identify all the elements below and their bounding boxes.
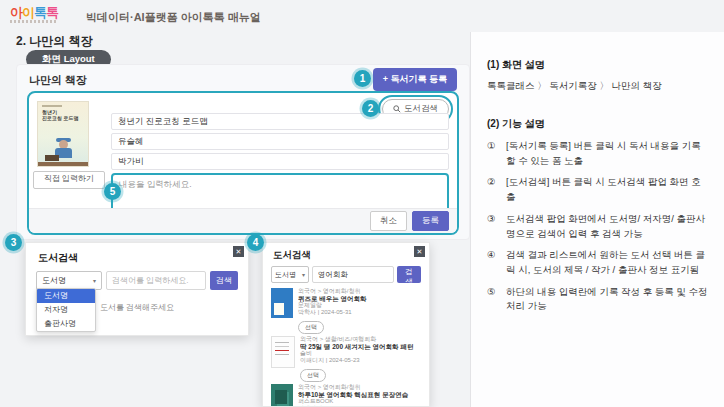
function-item: ③ 도서검색 팝업 화면에서 도서명/ 저자명/ 출판사명으로 검색어 입력 후… xyxy=(487,212,708,241)
content-placeholder: 내용을 입력하세요. xyxy=(119,179,192,189)
dropdown-option-author[interactable]: 저자명 xyxy=(37,303,95,317)
function-item: ⑤ 하단의 내용 입력란에 기록 작성 후 등록 및 수정 처리 가능 xyxy=(487,285,708,314)
form-footer: 취소 등록 xyxy=(29,208,457,233)
screen-mockup-panel: 나만의 책장 1 + 독서기록 등록 2 도서검색 청년기 진로코칭 로드맵 직… xyxy=(16,64,470,240)
annotation-badge-3: 3 xyxy=(5,234,22,251)
function-item-text: 도서검색 팝업 화면에서 도서명/ 저자명/ 출판사명으로 검색어 입력 후 검… xyxy=(506,212,708,241)
function-item-text: [도서검색] 버튼 클릭 시 도서검색 팝업 화면 호출 xyxy=(506,175,708,204)
search-result-item: 외국어 > 영어회화/청취 하루10분 영어회화 핵심표현 문장연습 퍼스트BO… xyxy=(271,384,421,407)
search-result-item: 외국어 > 생활/비즈/여행회화 딱 25일 땡 200 새겨지는 영어회화 패… xyxy=(271,336,421,382)
breadcrumb: 톡톡클래스 〉 독서기록장 〉 나만의 책장 xyxy=(487,80,708,93)
manual-title: 빅데이터·AI플랫폼 아이톡톡 매뉴얼 xyxy=(86,10,261,25)
search-type-select[interactable]: 도서명 ▾ xyxy=(271,266,309,283)
search-type-value: 도서명 xyxy=(42,275,66,286)
app-logo: 아이톡톡 xyxy=(10,5,58,23)
record-fields: 청년기 진로코칭 로드맵 유슬혜 박가비 5 내용을 입력하세요. xyxy=(111,113,449,213)
cancel-button[interactable]: 취소 xyxy=(370,211,407,231)
result-title: 퀴즈로 배우는 영어회화 xyxy=(298,295,421,303)
select-book-button[interactable]: 선택 xyxy=(300,369,326,382)
bookshelf-title: 나만의 책장 xyxy=(29,73,87,88)
search-result-list: 외국어 > 영어회화/청취 퀴즈로 배우는 영어회화 문제일랑 박학사 | 20… xyxy=(271,288,421,407)
screen-description-heading: (1) 화면 설명 xyxy=(487,58,708,72)
function-item-number: ② xyxy=(487,175,500,204)
search-controls: 도서명 ▾ 검색 xyxy=(271,266,421,283)
function-item-number: ③ xyxy=(487,212,500,241)
section-title: 2. 나만의 책장 xyxy=(16,33,93,50)
result-info: 외국어 > 영어회화/청취 퀴즈로 배우는 영어회화 문제일랑 박학사 | 20… xyxy=(298,288,421,334)
book-cover-preview: 청년기 진로코칭 로드맵 xyxy=(37,101,89,167)
logo-char: 아 xyxy=(10,5,22,20)
cover-title-line: 진로코칭 로드맵 xyxy=(42,115,88,121)
result-publisher-date: 이패디지 | 2024-05-23 xyxy=(300,357,421,364)
function-item-number: ④ xyxy=(487,248,500,277)
logo-text: 아이톡톡 xyxy=(10,5,58,19)
search-keyword-input[interactable] xyxy=(106,271,206,290)
annotation-badge-1: 1 xyxy=(354,70,371,87)
reading-record-form-card: 2 도서검색 청년기 진로코칭 로드맵 직접 입력하기 청년기 진로코칭 로드맵… xyxy=(27,91,459,235)
select-book-button[interactable]: 선택 xyxy=(298,321,324,334)
search-button[interactable]: 검색 xyxy=(210,271,238,290)
function-item-number: ⑤ xyxy=(487,285,500,314)
chevron-down-icon: ▾ xyxy=(93,277,96,284)
publisher-field[interactable]: 박가비 xyxy=(111,153,449,170)
logo-char: 이 xyxy=(22,5,34,20)
result-title: 딱 25일 땡 200 새겨지는 영어회화 패턴 xyxy=(300,343,421,351)
popup-title: 도서검색 xyxy=(38,251,248,265)
result-book-cover xyxy=(271,336,295,368)
result-book-cover xyxy=(271,384,293,407)
result-book-cover xyxy=(271,288,293,318)
logo-char: 톡 xyxy=(46,5,58,20)
submit-button[interactable]: 등록 xyxy=(412,211,449,231)
description-panel: (1) 화면 설명 톡톡클래스 〉 독서기록장 〉 나만의 책장 (2) 기능 … xyxy=(470,32,724,407)
dropdown-option-publisher[interactable]: 출판사명 xyxy=(37,317,95,331)
result-title: 하루10분 영어회화 핵심표현 문장연습 xyxy=(298,391,421,399)
search-keyword-input[interactable] xyxy=(312,266,394,283)
content-textarea[interactable]: 5 내용을 입력하세요. xyxy=(111,173,449,213)
function-description-heading: (2) 기능 설명 xyxy=(487,117,708,131)
register-reading-record-button[interactable]: + 독서기록 등록 xyxy=(373,68,457,91)
search-button[interactable]: 검색 xyxy=(397,266,421,283)
function-item-text: 검색 결과 리스트에서 원하는 도서 선택 버튼 클릭 시, 도서의 제목 / … xyxy=(506,248,708,277)
author-field[interactable]: 유슬혜 xyxy=(111,133,449,150)
function-item: ④ 검색 결과 리스트에서 원하는 도서 선택 버튼 클릭 시, 도서의 제목 … xyxy=(487,248,708,277)
function-item-text: [독서기록 등록] 버튼 클릭 시 독서 내용을 기록할 수 있는 폼 노출 xyxy=(506,139,708,168)
result-info: 외국어 > 영어회화/청취 하루10분 영어회화 핵심표현 문장연습 퍼스트BO… xyxy=(298,384,421,407)
book-search-popup-results: ✕ 도서검색 도서명 ▾ 검색 외국어 > 영어회화/청취 퀴즈로 배우는 영어… xyxy=(262,242,430,407)
function-item: ① [독서기록 등록] 버튼 클릭 시 독서 내용을 기록할 수 있는 폼 노출 xyxy=(487,139,708,168)
search-type-dropdown: 도서명 저자명 출판사명 xyxy=(36,288,96,332)
search-icon xyxy=(393,105,401,113)
dropdown-option-title[interactable]: 도서명 xyxy=(37,289,95,303)
popup-title: 도서검색 xyxy=(273,249,429,262)
search-result-item: 외국어 > 영어회화/청취 퀴즈로 배우는 영어회화 문제일랑 박학사 | 20… xyxy=(271,288,421,334)
cover-illustration xyxy=(45,155,59,161)
function-item-number: ① xyxy=(487,139,500,168)
close-icon[interactable]: ✕ xyxy=(233,246,244,257)
result-info: 외국어 > 생활/비즈/여행회화 딱 25일 땡 200 새겨지는 영어회화 패… xyxy=(300,336,421,382)
search-type-value: 도서명 xyxy=(275,270,296,280)
close-icon[interactable]: ✕ xyxy=(414,246,425,257)
cover-illustration xyxy=(38,162,88,166)
logo-char: 톡 xyxy=(34,5,46,20)
direct-input-button[interactable]: 직접 입력하기 xyxy=(33,171,105,189)
result-publisher-date: 박학사 | 2024-05-31 xyxy=(298,309,421,316)
annotation-badge-5: 5 xyxy=(104,183,121,200)
cover-decoration xyxy=(42,105,62,107)
annotation-badge-4: 4 xyxy=(247,234,264,251)
function-item: ② [도서검색] 버튼 클릭 시 도서검색 팝업 화면 호출 xyxy=(487,175,708,204)
book-title-field[interactable]: 청년기 진로코칭 로드맵 xyxy=(111,113,449,130)
book-search-popup-empty: ✕ 도서검색 도서명 ▾ 검색 도서명 저자명 출판사명 도서를 검색해주세요 xyxy=(25,242,249,336)
function-item-text: 하단의 내용 입력란에 기록 작성 후 등록 및 수정 처리 가능 xyxy=(506,285,708,314)
chevron-down-icon: ▾ xyxy=(302,271,305,278)
logo-subtext-decoration xyxy=(10,20,56,23)
annotation-badge-2: 2 xyxy=(362,100,379,117)
